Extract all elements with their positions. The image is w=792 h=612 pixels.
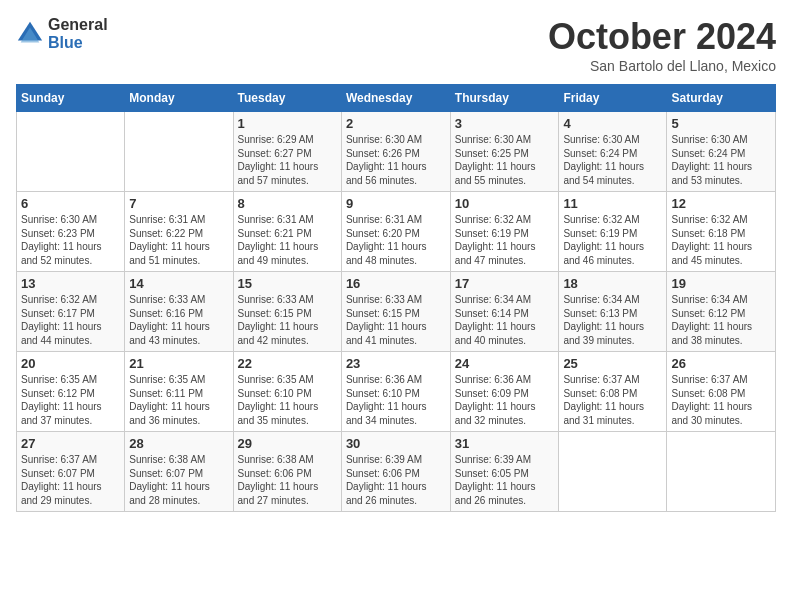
day-info: Sunrise: 6:31 AMSunset: 6:21 PMDaylight:…	[238, 213, 337, 267]
day-info: Sunrise: 6:36 AMSunset: 6:10 PMDaylight:…	[346, 373, 446, 427]
title-block: October 2024 San Bartolo del Llano, Mexi…	[548, 16, 776, 74]
day-info: Sunrise: 6:38 AMSunset: 6:06 PMDaylight:…	[238, 453, 337, 507]
day-number: 12	[671, 196, 771, 211]
logo-general: General	[48, 16, 108, 34]
day-info: Sunrise: 6:30 AMSunset: 6:24 PMDaylight:…	[563, 133, 662, 187]
calendar-cell: 24Sunrise: 6:36 AMSunset: 6:09 PMDayligh…	[450, 352, 559, 432]
calendar-header-row: SundayMondayTuesdayWednesdayThursdayFrid…	[17, 85, 776, 112]
day-number: 19	[671, 276, 771, 291]
calendar-week-4: 20Sunrise: 6:35 AMSunset: 6:12 PMDayligh…	[17, 352, 776, 432]
day-info: Sunrise: 6:32 AMSunset: 6:18 PMDaylight:…	[671, 213, 771, 267]
day-number: 29	[238, 436, 337, 451]
calendar-week-2: 6Sunrise: 6:30 AMSunset: 6:23 PMDaylight…	[17, 192, 776, 272]
calendar-cell: 15Sunrise: 6:33 AMSunset: 6:15 PMDayligh…	[233, 272, 341, 352]
day-info: Sunrise: 6:30 AMSunset: 6:26 PMDaylight:…	[346, 133, 446, 187]
header-thursday: Thursday	[450, 85, 559, 112]
day-number: 3	[455, 116, 555, 131]
calendar-cell: 12Sunrise: 6:32 AMSunset: 6:18 PMDayligh…	[667, 192, 776, 272]
day-info: Sunrise: 6:35 AMSunset: 6:10 PMDaylight:…	[238, 373, 337, 427]
calendar-cell: 5Sunrise: 6:30 AMSunset: 6:24 PMDaylight…	[667, 112, 776, 192]
calendar-cell	[125, 112, 233, 192]
day-info: Sunrise: 6:36 AMSunset: 6:09 PMDaylight:…	[455, 373, 555, 427]
day-number: 4	[563, 116, 662, 131]
calendar-cell: 9Sunrise: 6:31 AMSunset: 6:20 PMDaylight…	[341, 192, 450, 272]
day-info: Sunrise: 6:32 AMSunset: 6:19 PMDaylight:…	[455, 213, 555, 267]
day-number: 26	[671, 356, 771, 371]
day-number: 20	[21, 356, 120, 371]
header-sunday: Sunday	[17, 85, 125, 112]
day-info: Sunrise: 6:37 AMSunset: 6:08 PMDaylight:…	[563, 373, 662, 427]
calendar-cell: 2Sunrise: 6:30 AMSunset: 6:26 PMDaylight…	[341, 112, 450, 192]
day-number: 2	[346, 116, 446, 131]
day-info: Sunrise: 6:31 AMSunset: 6:22 PMDaylight:…	[129, 213, 228, 267]
calendar-cell: 8Sunrise: 6:31 AMSunset: 6:21 PMDaylight…	[233, 192, 341, 272]
calendar-cell: 11Sunrise: 6:32 AMSunset: 6:19 PMDayligh…	[559, 192, 667, 272]
day-number: 25	[563, 356, 662, 371]
logo-icon	[16, 20, 44, 48]
calendar-cell: 19Sunrise: 6:34 AMSunset: 6:12 PMDayligh…	[667, 272, 776, 352]
calendar-cell: 20Sunrise: 6:35 AMSunset: 6:12 PMDayligh…	[17, 352, 125, 432]
day-number: 18	[563, 276, 662, 291]
header-wednesday: Wednesday	[341, 85, 450, 112]
day-number: 9	[346, 196, 446, 211]
day-number: 23	[346, 356, 446, 371]
day-number: 14	[129, 276, 228, 291]
day-number: 17	[455, 276, 555, 291]
day-info: Sunrise: 6:30 AMSunset: 6:24 PMDaylight:…	[671, 133, 771, 187]
day-number: 16	[346, 276, 446, 291]
day-number: 28	[129, 436, 228, 451]
day-info: Sunrise: 6:37 AMSunset: 6:08 PMDaylight:…	[671, 373, 771, 427]
header-saturday: Saturday	[667, 85, 776, 112]
day-number: 15	[238, 276, 337, 291]
calendar-cell: 31Sunrise: 6:39 AMSunset: 6:05 PMDayligh…	[450, 432, 559, 512]
day-info: Sunrise: 6:32 AMSunset: 6:19 PMDaylight:…	[563, 213, 662, 267]
logo-blue: Blue	[48, 34, 108, 52]
day-info: Sunrise: 6:39 AMSunset: 6:06 PMDaylight:…	[346, 453, 446, 507]
calendar-cell: 27Sunrise: 6:37 AMSunset: 6:07 PMDayligh…	[17, 432, 125, 512]
day-number: 31	[455, 436, 555, 451]
calendar-cell: 7Sunrise: 6:31 AMSunset: 6:22 PMDaylight…	[125, 192, 233, 272]
day-number: 10	[455, 196, 555, 211]
calendar-cell: 16Sunrise: 6:33 AMSunset: 6:15 PMDayligh…	[341, 272, 450, 352]
page-header: General Blue October 2024 San Bartolo de…	[16, 16, 776, 74]
month-title: October 2024	[548, 16, 776, 58]
calendar-cell: 17Sunrise: 6:34 AMSunset: 6:14 PMDayligh…	[450, 272, 559, 352]
calendar-cell: 30Sunrise: 6:39 AMSunset: 6:06 PMDayligh…	[341, 432, 450, 512]
header-friday: Friday	[559, 85, 667, 112]
header-monday: Monday	[125, 85, 233, 112]
day-number: 5	[671, 116, 771, 131]
day-info: Sunrise: 6:29 AMSunset: 6:27 PMDaylight:…	[238, 133, 337, 187]
calendar-cell	[559, 432, 667, 512]
calendar-cell	[667, 432, 776, 512]
location-subtitle: San Bartolo del Llano, Mexico	[548, 58, 776, 74]
calendar-cell: 21Sunrise: 6:35 AMSunset: 6:11 PMDayligh…	[125, 352, 233, 432]
calendar-cell: 28Sunrise: 6:38 AMSunset: 6:07 PMDayligh…	[125, 432, 233, 512]
day-info: Sunrise: 6:31 AMSunset: 6:20 PMDaylight:…	[346, 213, 446, 267]
day-info: Sunrise: 6:30 AMSunset: 6:23 PMDaylight:…	[21, 213, 120, 267]
calendar-cell: 29Sunrise: 6:38 AMSunset: 6:06 PMDayligh…	[233, 432, 341, 512]
day-info: Sunrise: 6:35 AMSunset: 6:11 PMDaylight:…	[129, 373, 228, 427]
calendar-cell: 26Sunrise: 6:37 AMSunset: 6:08 PMDayligh…	[667, 352, 776, 432]
calendar-cell: 18Sunrise: 6:34 AMSunset: 6:13 PMDayligh…	[559, 272, 667, 352]
day-info: Sunrise: 6:34 AMSunset: 6:12 PMDaylight:…	[671, 293, 771, 347]
calendar-cell: 3Sunrise: 6:30 AMSunset: 6:25 PMDaylight…	[450, 112, 559, 192]
day-info: Sunrise: 6:34 AMSunset: 6:14 PMDaylight:…	[455, 293, 555, 347]
day-info: Sunrise: 6:30 AMSunset: 6:25 PMDaylight:…	[455, 133, 555, 187]
logo-text: General Blue	[48, 16, 108, 51]
calendar-cell: 6Sunrise: 6:30 AMSunset: 6:23 PMDaylight…	[17, 192, 125, 272]
calendar-cell: 25Sunrise: 6:37 AMSunset: 6:08 PMDayligh…	[559, 352, 667, 432]
day-info: Sunrise: 6:33 AMSunset: 6:16 PMDaylight:…	[129, 293, 228, 347]
day-number: 13	[21, 276, 120, 291]
day-info: Sunrise: 6:34 AMSunset: 6:13 PMDaylight:…	[563, 293, 662, 347]
day-info: Sunrise: 6:37 AMSunset: 6:07 PMDaylight:…	[21, 453, 120, 507]
day-number: 7	[129, 196, 228, 211]
day-number: 8	[238, 196, 337, 211]
day-info: Sunrise: 6:38 AMSunset: 6:07 PMDaylight:…	[129, 453, 228, 507]
calendar-cell: 14Sunrise: 6:33 AMSunset: 6:16 PMDayligh…	[125, 272, 233, 352]
day-info: Sunrise: 6:35 AMSunset: 6:12 PMDaylight:…	[21, 373, 120, 427]
calendar-cell: 1Sunrise: 6:29 AMSunset: 6:27 PMDaylight…	[233, 112, 341, 192]
day-number: 6	[21, 196, 120, 211]
calendar-week-3: 13Sunrise: 6:32 AMSunset: 6:17 PMDayligh…	[17, 272, 776, 352]
calendar-cell: 13Sunrise: 6:32 AMSunset: 6:17 PMDayligh…	[17, 272, 125, 352]
day-number: 21	[129, 356, 228, 371]
